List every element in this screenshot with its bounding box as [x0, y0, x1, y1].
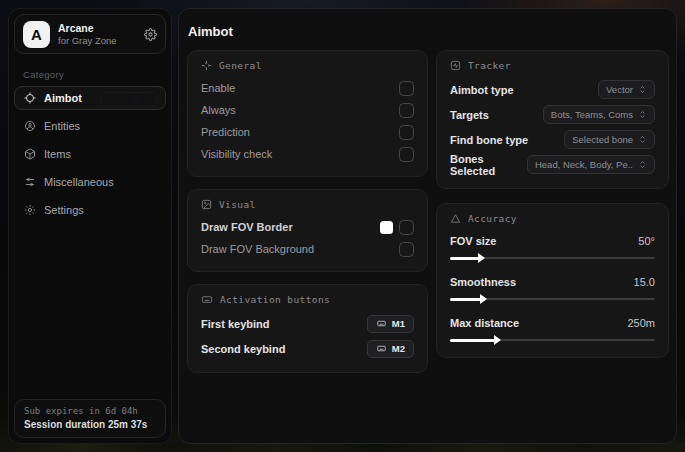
keyboard-icon: [376, 344, 387, 353]
sidebar-item-label: Items: [44, 148, 71, 160]
first-keybind-button[interactable]: M1: [367, 315, 414, 333]
setting-row-targets: Targets Bots, Teams, Coms: [450, 102, 655, 127]
bones-selected-select[interactable]: Head, Neck, Body, Pe..: [527, 155, 655, 174]
card-title: General: [219, 60, 262, 71]
fov-size-slider[interactable]: [450, 254, 655, 262]
card-title: Activation buttons: [220, 294, 330, 305]
sidebar-item-miscellaneous[interactable]: Miscellaneous: [14, 170, 166, 194]
card-title: Tracker: [468, 60, 511, 71]
slider-thumb[interactable]: [480, 294, 487, 304]
setting-label: Bones Selected: [450, 153, 527, 177]
draw-fov-background-checkbox[interactable]: [399, 242, 414, 257]
setting-row-prediction: Prediction: [201, 121, 414, 143]
accuracy-card: Accuracy FOV size 50° Smoothness 15.0: [436, 203, 669, 358]
setting-label: Find bone type: [450, 134, 528, 146]
sidebar-nav: Aimbot Entities Items: [9, 86, 171, 222]
setting-row-enable: Enable: [201, 77, 414, 99]
chevron-up-down-icon: [638, 110, 647, 119]
setting-label: Prediction: [201, 126, 250, 138]
visual-card: Visual Draw FOV Border Draw FOV Backgrou…: [187, 189, 428, 272]
sidebar-item-aimbot[interactable]: Aimbot: [14, 86, 166, 110]
slider-value: 15.0: [634, 276, 655, 288]
general-card: General Enable Always Prediction Visibil…: [187, 50, 428, 177]
sidebar-item-label: Settings: [44, 204, 84, 216]
triangle-icon: [450, 213, 461, 224]
setting-label: Always: [201, 104, 236, 116]
items-icon: [24, 148, 36, 160]
setting-label: Enable: [201, 82, 235, 94]
setting-row-aimbot-type: Aimbot type Vector: [450, 77, 655, 102]
find-bone-type-select[interactable]: Selected bone: [564, 130, 655, 149]
keybind-value: M2: [392, 343, 405, 354]
chevron-up-down-icon: [638, 160, 647, 169]
chevron-up-down-icon: [638, 85, 647, 94]
entities-icon: [24, 120, 36, 132]
crosshair-icon: [24, 92, 36, 104]
tracker-card: Tracker Aimbot type Vector Targets Bots,…: [436, 50, 669, 189]
sidebar-item-items[interactable]: Items: [14, 142, 166, 166]
gear-icon[interactable]: [144, 28, 157, 41]
enable-checkbox[interactable]: [399, 81, 414, 96]
main-panel: Aimbot General Enable Always: [178, 8, 677, 444]
setting-row-draw-fov-background: Draw FOV Background: [201, 238, 414, 260]
misc-icon: [24, 176, 36, 188]
sidebar-item-label: Miscellaneous: [44, 176, 114, 188]
setting-row-second-keybind: Second keybind M2: [201, 336, 414, 361]
session-duration-text: Session duration 25m 37s: [24, 419, 156, 430]
page-title: Aimbot: [179, 9, 676, 39]
watermark-pill: [100, 92, 158, 106]
fov-border-color-swatch[interactable]: [380, 221, 393, 234]
settings-icon: [24, 204, 36, 216]
select-value: Vector: [606, 84, 633, 95]
slider-thumb[interactable]: [478, 253, 485, 263]
sidebar-item-entities[interactable]: Entities: [14, 114, 166, 138]
slider-value: 50°: [638, 235, 655, 247]
sidebar-item-label: Entities: [44, 120, 80, 132]
app-name: Arcane: [58, 22, 117, 35]
setting-label: First keybind: [201, 318, 269, 330]
setting-row-draw-fov-border: Draw FOV Border: [201, 216, 414, 238]
max-distance-slider[interactable]: [450, 336, 655, 344]
category-label: Category: [9, 59, 171, 86]
second-keybind-button[interactable]: M2: [367, 340, 414, 358]
setting-label: Second keybind: [201, 343, 285, 355]
image-icon: [201, 199, 212, 210]
setting-label: Draw FOV Border: [201, 221, 293, 233]
sidebar-header: A Arcane for Gray Zone: [14, 14, 166, 54]
visibility-check-checkbox[interactable]: [399, 147, 414, 162]
setting-label: Visibility check: [201, 148, 272, 160]
app-subtitle: for Gray Zone: [58, 35, 117, 47]
keybind-value: M1: [392, 318, 405, 329]
setting-label: Smoothness: [450, 276, 516, 288]
targets-select[interactable]: Bots, Teams, Coms: [543, 105, 655, 124]
setting-row-fov-size: FOV size 50°: [450, 230, 655, 262]
select-value: Head, Neck, Body, Pe..: [535, 159, 633, 170]
sidebar-item-settings[interactable]: Settings: [14, 198, 166, 222]
slider-thumb[interactable]: [494, 335, 501, 345]
slider-value: 250m: [627, 317, 655, 329]
app-logo: A: [23, 21, 50, 48]
select-value: Bots, Teams, Coms: [551, 109, 633, 120]
prediction-checkbox[interactable]: [399, 125, 414, 140]
setting-row-find-bone-type: Find bone type Selected bone: [450, 127, 655, 152]
setting-label: FOV size: [450, 235, 496, 247]
always-checkbox[interactable]: [399, 103, 414, 118]
setting-row-max-distance: Max distance 250m: [450, 312, 655, 344]
setting-row-first-keybind: First keybind M1: [201, 311, 414, 336]
setting-label: Max distance: [450, 317, 519, 329]
aimbot-type-select[interactable]: Vector: [598, 80, 655, 99]
keyboard-icon: [201, 294, 213, 305]
sidebar-item-label: Aimbot: [44, 92, 82, 104]
card-title: Accuracy: [468, 213, 517, 224]
smoothness-slider[interactable]: [450, 295, 655, 303]
chevron-up-down-icon: [638, 135, 647, 144]
draw-fov-border-checkbox[interactable]: [399, 220, 414, 235]
setting-row-always: Always: [201, 99, 414, 121]
setting-row-visibility-check: Visibility check: [201, 143, 414, 165]
setting-row-bones-selected: Bones Selected Head, Neck, Body, Pe..: [450, 152, 655, 177]
subscription-info: Sub expires in 6d 04h Session duration 2…: [14, 399, 166, 438]
target-icon: [201, 60, 212, 71]
card-title: Visual: [219, 199, 256, 210]
keyboard-icon: [376, 319, 387, 328]
activation-buttons-card: Activation buttons First keybind M1 S: [187, 284, 428, 373]
